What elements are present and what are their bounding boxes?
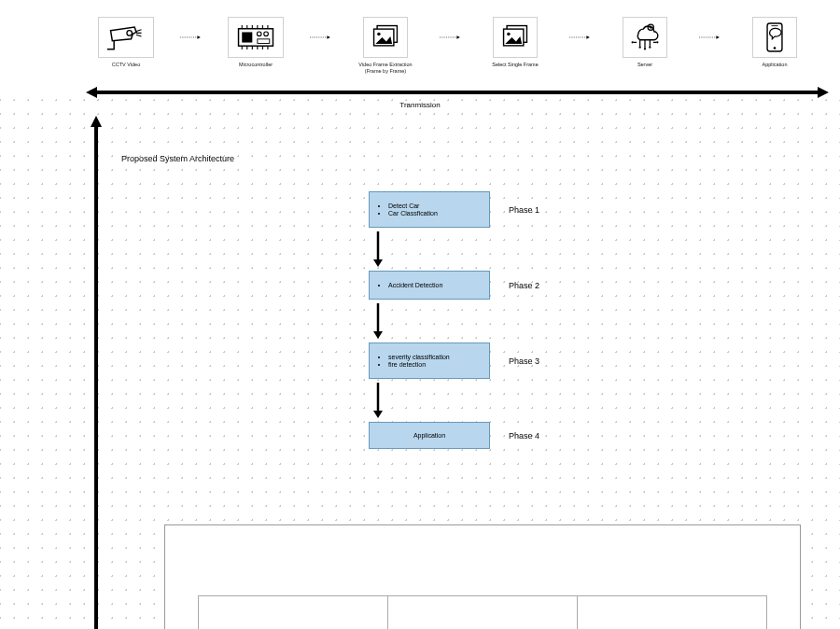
- diagram-heading: Proposed System Architecture: [121, 154, 234, 163]
- phase1-item: Car Classfication: [388, 210, 482, 217]
- phase-row-4: Application Phase 4: [266, 422, 574, 449]
- phase-label-4: Phase 4: [509, 431, 574, 440]
- pipeline-item-select-frame: Select Single Frame: [487, 17, 543, 68]
- phase-box-2: Accident Detection: [369, 271, 490, 300]
- phase-row-2: Accident Detection Phase 2: [266, 271, 574, 300]
- phase-row-1: Detect Car Car Classfication Phase 1: [266, 191, 574, 228]
- phase4-inner-cells: [198, 595, 767, 629]
- svg-point-20: [632, 41, 634, 43]
- svg-point-19: [649, 47, 651, 49]
- phase-label-1: Phase 1: [509, 205, 574, 215]
- phase-row-3: severity classification fire detection P…: [266, 342, 574, 379]
- pipeline-label: Application: [763, 62, 788, 68]
- svg-point-10: [377, 33, 381, 36]
- phase1-item: Detect Car: [388, 203, 482, 209]
- svg-point-4: [257, 32, 261, 36]
- pipeline-item-extraction: Video Frame Extraction (Frame by Frame): [357, 17, 413, 75]
- dotted-arrow-icon: [310, 17, 331, 58]
- pipeline-item-microcontroller: Microcontroller: [228, 17, 284, 68]
- phase-box-1: Detect Car Car Classfication: [369, 191, 490, 228]
- flow-arrow-icon: [371, 381, 385, 420]
- transmission-arrow: [84, 86, 831, 103]
- dotted-arrow-icon: [569, 17, 591, 58]
- svg-point-0: [127, 31, 133, 36]
- phase-column: Detect Car Car Classfication Phase 1 Acc…: [266, 191, 574, 449]
- svg-rect-6: [258, 39, 270, 44]
- phase-box-4: Application: [369, 422, 490, 449]
- phase4-cell: [199, 596, 388, 629]
- phase4-title: Application: [413, 432, 445, 439]
- cloud-server-icon: [623, 17, 667, 58]
- pipeline-item-application: Application: [747, 17, 803, 68]
- dotted-arrow-icon: [440, 17, 461, 58]
- phase4-cell: [578, 596, 766, 629]
- pipeline-label: Video Frame Extraction (Frame by Frame): [357, 62, 413, 75]
- pipeline-label: Server: [637, 62, 652, 68]
- svg-point-21: [656, 41, 658, 43]
- svg-point-17: [639, 47, 641, 49]
- flow-arrow-icon: [371, 301, 385, 341]
- microcontroller-icon: [228, 17, 284, 58]
- mobile-chat-icon: [752, 17, 797, 58]
- pipeline-item-server: Server: [617, 17, 673, 68]
- phase3-item: severity classification: [388, 354, 482, 360]
- svg-point-5: [264, 32, 269, 36]
- dotted-arrow-icon: [180, 17, 202, 58]
- pipeline-label: Select Single Frame: [492, 62, 539, 68]
- phase3-item: fire detection: [388, 361, 482, 368]
- vertical-arrow: [90, 114, 103, 629]
- pipeline-item-cctv: CCTV Video: [98, 17, 154, 68]
- svg-point-18: [644, 48, 646, 49]
- dotted-arrow-icon: [699, 17, 721, 58]
- flow-arrow-icon: [371, 230, 385, 269]
- phase2-item: Accident Detection: [388, 282, 482, 288]
- phase-box-3: severity classification fire detection: [369, 342, 490, 379]
- pipeline-label: CCTV Video: [112, 62, 140, 68]
- svg-point-24: [774, 47, 777, 49]
- transmission-label: Tranmission: [399, 101, 440, 109]
- frames-stack-icon: [363, 17, 408, 58]
- phase4-cell: [388, 596, 578, 629]
- cctv-camera-icon: [98, 17, 154, 58]
- phase-label-3: Phase 3: [509, 356, 574, 366]
- svg-rect-3: [242, 32, 252, 42]
- pipeline-label: Microcontroller: [239, 62, 273, 68]
- phase-label-2: Phase 2: [509, 281, 574, 290]
- frames-stack-icon: [493, 17, 538, 58]
- svg-point-14: [507, 33, 511, 36]
- pipeline-row: CCTV Video Microcontroller: [98, 17, 803, 75]
